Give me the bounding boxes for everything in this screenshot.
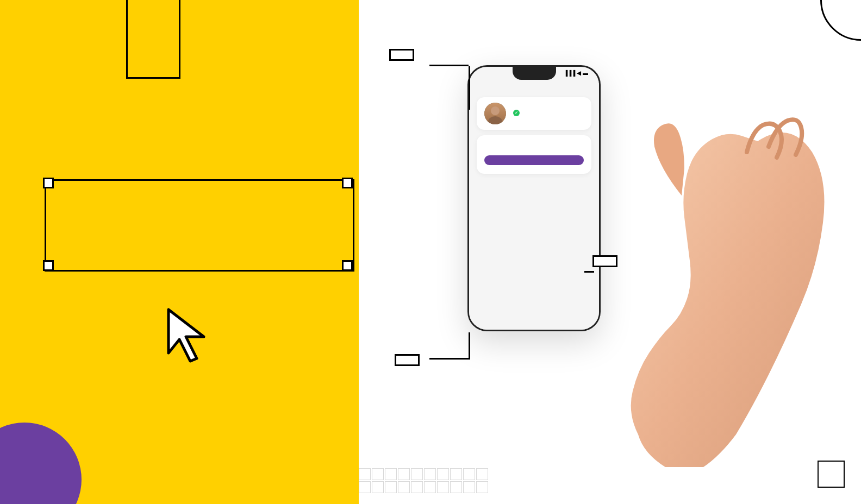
phone-status-bar: ▐▐▐ ◀ ▬: [480, 70, 588, 76]
offline-label-box: [395, 354, 420, 366]
grid-decoration: const grid = document.querySelector('.gr…: [359, 468, 488, 493]
vq-selection-box: [45, 179, 354, 272]
svg-point-1: [491, 106, 500, 115]
svg-point-2: [488, 116, 502, 124]
verified-badge: ✓: [513, 110, 520, 116]
leave-queue-button[interactable]: [484, 155, 584, 165]
avatar-face: [484, 103, 506, 124]
phone-mockup: ▐▐▐ ◀ ▬ ✓: [467, 65, 601, 331]
offline-connector-vertical: [469, 332, 470, 360]
online-label-box: [389, 49, 414, 61]
service-time-connector-h: [584, 271, 594, 273]
service-time-label-box: [592, 255, 617, 267]
deco-square-yellow: [126, 0, 180, 79]
online-connector-horizontal: [429, 65, 469, 66]
user-name: ✓: [511, 110, 584, 116]
selection-corner-bl: [43, 260, 54, 271]
selection-corner-br: [342, 260, 353, 271]
offline-connector-horizontal: [429, 358, 469, 360]
online-connector-vertical: [469, 66, 470, 110]
user-card: ✓: [477, 97, 591, 130]
queue-card: [477, 135, 591, 174]
selection-corner-tl: [43, 178, 54, 188]
svg-marker-0: [169, 310, 204, 361]
brand-logo: [818, 461, 845, 488]
selection-corner-tr: [342, 178, 353, 188]
phone-queue-header: [477, 89, 591, 91]
user-avatar: [484, 103, 506, 124]
deco-circle-tr: [779, 0, 861, 81]
user-info: ✓: [511, 110, 584, 117]
cursor-icon: [163, 304, 212, 366]
status-icons: ▐▐▐ ◀ ▬: [564, 70, 588, 76]
phone-body: ▐▐▐ ◀ ▬ ✓: [467, 65, 601, 331]
phone-content: ✓: [469, 83, 599, 330]
